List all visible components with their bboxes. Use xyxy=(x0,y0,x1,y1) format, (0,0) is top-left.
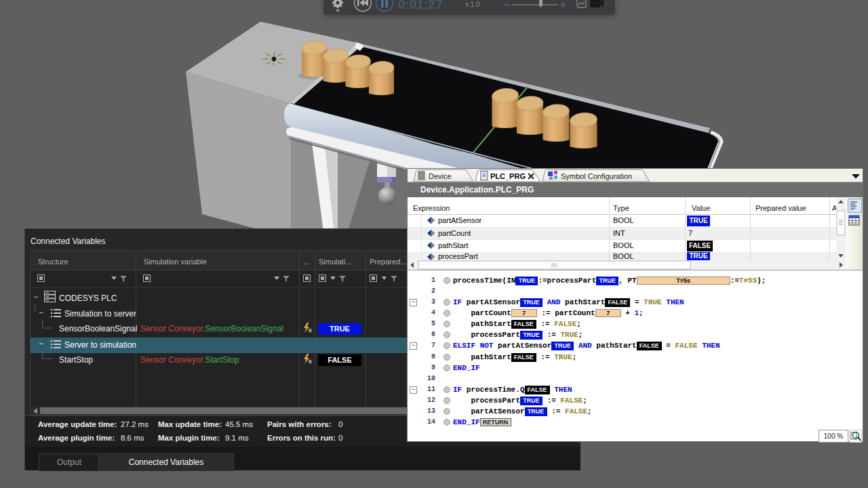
svg-text:B: B xyxy=(309,328,312,333)
svg-text:0:01:27: 0:01:27 xyxy=(398,0,443,12)
svg-text:Symbol Configuration: Symbol Configuration xyxy=(561,172,632,180)
svg-text:Device: Device xyxy=(429,172,452,180)
svg-text:B: B xyxy=(309,359,312,364)
svg-text:PLC_PRG: PLC_PRG xyxy=(490,172,526,180)
svg-text:x 1.0: x 1.0 xyxy=(465,1,480,8)
